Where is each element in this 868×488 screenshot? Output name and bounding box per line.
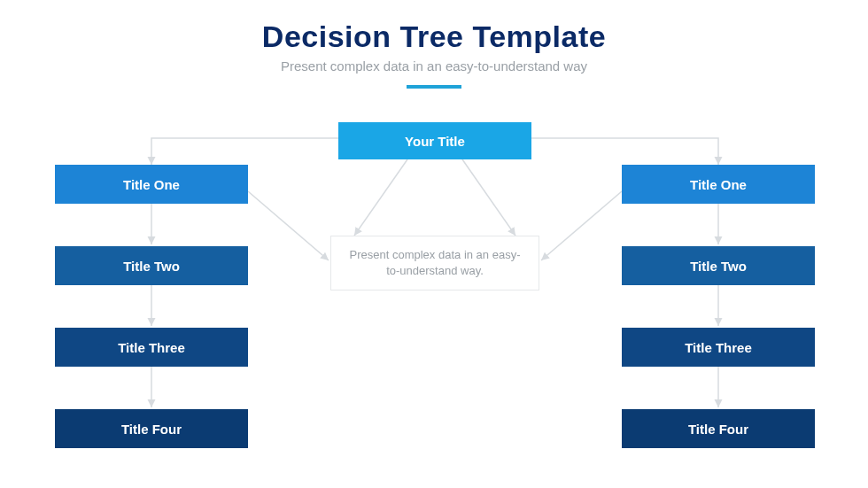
accent-bar bbox=[407, 85, 461, 89]
root-node: Your Title bbox=[338, 122, 531, 159]
left-column: Title One Title Two Title Three Title Fo… bbox=[55, 165, 248, 488]
left-node-2-label: Title Two bbox=[123, 259, 180, 274]
right-node-2-label: Title Two bbox=[690, 259, 747, 274]
right-node-4: Title Four bbox=[622, 409, 815, 448]
left-node-2: Title Two bbox=[55, 246, 248, 285]
page-title: Decision Tree Template bbox=[0, 19, 868, 54]
left-node-1-label: Title One bbox=[123, 177, 180, 192]
right-node-1: Title One bbox=[622, 165, 815, 204]
description-box: Present complex data in an easy-to-under… bbox=[330, 236, 539, 290]
left-node-3: Title Three bbox=[55, 328, 248, 367]
left-node-1: Title One bbox=[55, 165, 248, 204]
right-node-3: Title Three bbox=[622, 328, 815, 367]
right-node-1-label: Title One bbox=[690, 177, 747, 192]
right-column: Title One Title Two Title Three Title Fo… bbox=[622, 165, 815, 488]
left-node-4: Title Four bbox=[55, 409, 248, 448]
right-node-2: Title Two bbox=[622, 246, 815, 285]
right-node-4-label: Title Four bbox=[688, 422, 748, 437]
left-node-3-label: Title Three bbox=[118, 340, 185, 355]
description-text: Present complex data in an easy-to-under… bbox=[331, 247, 539, 279]
page-subtitle: Present complex data in an easy-to-under… bbox=[0, 58, 868, 74]
left-node-4-label: Title Four bbox=[121, 422, 182, 437]
root-node-label: Your Title bbox=[405, 134, 465, 149]
right-node-3-label: Title Three bbox=[685, 340, 752, 355]
